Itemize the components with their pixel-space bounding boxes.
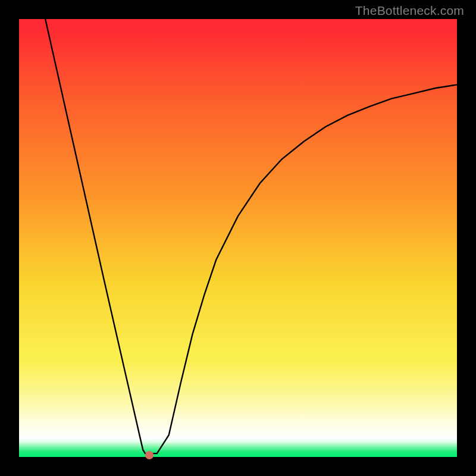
- chart-frame: TheBottleneck.com: [0, 0, 476, 476]
- chart-gradient-background: [19, 19, 457, 457]
- watermark-text: TheBottleneck.com: [355, 4, 464, 18]
